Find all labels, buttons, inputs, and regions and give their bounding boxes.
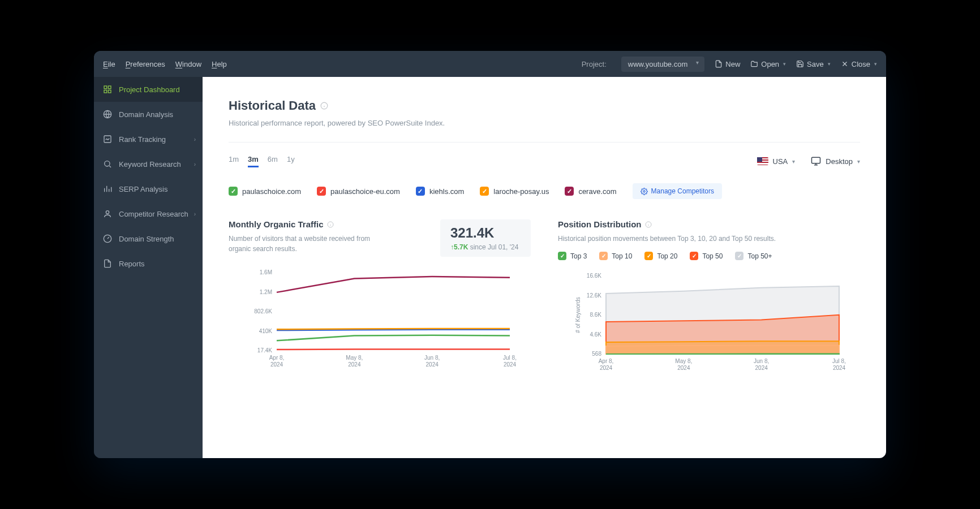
svg-point-7 [106, 211, 109, 214]
sidebar-item-label: Reports [119, 260, 145, 268]
new-button[interactable]: New [715, 60, 740, 68]
main-area: Historical Data Historical performance r… [203, 77, 886, 458]
time-tab-6m[interactable]: 6m [268, 155, 278, 167]
sidebar-item-label: Domain Analysis [119, 110, 173, 119]
page-title: Historical Data [229, 98, 860, 113]
svg-text:17.4K: 17.4K [257, 347, 272, 353]
save-button[interactable]: Save▾ [796, 60, 831, 68]
svg-rect-0 [104, 86, 107, 89]
position-subtitle: Historical position movements between To… [558, 234, 796, 244]
close-icon [841, 60, 849, 68]
open-button[interactable]: Open▾ [750, 60, 786, 68]
checkbox-icon: ✓ [480, 187, 489, 196]
legend-top3[interactable]: ✓Top 3 [558, 252, 587, 260]
svg-text:May 8,: May 8, [346, 355, 363, 361]
checkbox-icon: ✓ [644, 252, 653, 260]
checkbox-icon: ✓ [558, 252, 566, 260]
gauge-icon [103, 234, 112, 243]
info-icon [320, 102, 328, 110]
project-select[interactable]: www.youtube.com [621, 57, 705, 72]
legend-label: Top 10 [612, 252, 632, 260]
traffic-chart-section: Monthly Organic Traffic Number of visito… [229, 219, 531, 374]
menu-help[interactable]: Help [212, 60, 227, 68]
folder-open-icon [750, 60, 758, 68]
sidebar-item-label: Keyword Research [119, 160, 181, 169]
legend-label: Top 50+ [747, 252, 772, 260]
traffic-delta-since: since Jul 01, '24 [470, 243, 519, 251]
legend-top10[interactable]: ✓Top 10 [599, 252, 632, 260]
menu-file[interactable]: Eile [103, 60, 115, 68]
svg-text:4.6K: 4.6K [590, 331, 601, 338]
time-tab-3m[interactable]: 3m [248, 155, 259, 167]
sidebar-item-label: SERP Analysis [119, 185, 167, 193]
competitor-cerave-com[interactable]: ✓cerave.com [565, 187, 616, 196]
globe-icon [103, 110, 112, 119]
sidebar-item-domain-strength[interactable]: Domain Strength [94, 226, 203, 251]
checkbox-icon: ✓ [416, 187, 425, 196]
position-legend: ✓Top 3✓Top 10✓Top 20✓Top 50✓Top 50+ [558, 252, 860, 260]
search-icon [103, 159, 112, 169]
svg-text:Jun 8,: Jun 8, [754, 358, 769, 364]
svg-text:May 8,: May 8, [675, 358, 692, 364]
page-subtitle: Historical performance report, powered b… [229, 119, 860, 127]
svg-rect-1 [108, 86, 111, 89]
menu-window[interactable]: Window [175, 60, 201, 68]
svg-text:Jul 8,: Jul 8, [832, 358, 846, 364]
competitor-laroche-posay-us[interactable]: ✓laroche-posay.us [480, 187, 549, 196]
position-chart[interactable]: 16.6K12.6K8.6K4.6K568# of KeywordsApr 8,… [558, 273, 860, 374]
legend-label: Top 3 [570, 252, 587, 260]
legend-top20[interactable]: ✓Top 20 [644, 252, 677, 260]
chevron-right-icon: › [194, 161, 196, 167]
svg-text:2024: 2024 [677, 365, 690, 371]
new-file-icon [715, 60, 723, 68]
position-chart-section: Position Distribution Historical positio… [558, 219, 860, 374]
legend-top50[interactable]: ✓Top 50+ [735, 252, 772, 260]
competitor-label: kiehls.com [429, 187, 464, 196]
info-icon [327, 221, 334, 228]
close-button[interactable]: Close▾ [841, 60, 877, 68]
svg-text:568: 568 [592, 351, 601, 357]
sidebar-item-reports[interactable]: Reports [94, 251, 203, 276]
competitor-kiehls-com[interactable]: ✓kiehls.com [416, 187, 464, 196]
save-icon [796, 60, 804, 68]
svg-rect-2 [104, 90, 107, 93]
sidebar-item-project-dashboard[interactable]: Project Dashboard [94, 77, 203, 102]
competitor-paulaschoice-com[interactable]: ✓paulaschoice.com [229, 187, 301, 196]
bars-icon [103, 184, 112, 193]
legend-label: Top 50 [702, 252, 723, 260]
gear-icon [641, 188, 648, 195]
legend-label: Top 20 [657, 252, 677, 260]
svg-text:Jul 8,: Jul 8, [503, 355, 517, 361]
legend-top50[interactable]: ✓Top 50 [690, 252, 723, 260]
svg-text:2024: 2024 [755, 365, 768, 371]
svg-text:Apr 8,: Apr 8, [269, 355, 285, 361]
sidebar-item-rank-tracking[interactable]: Rank Tracking› [94, 127, 203, 152]
svg-rect-3 [108, 90, 111, 93]
traffic-chart[interactable]: 1.6M1.2M802.6K410K17.4KApr 8,2024May 8,2… [229, 269, 531, 371]
svg-text:8.6K: 8.6K [590, 312, 601, 318]
time-tab-1m[interactable]: 1m [229, 155, 239, 167]
sidebar-item-competitor-research[interactable]: Competitor Research› [94, 201, 203, 226]
svg-text:Apr 8,: Apr 8, [599, 358, 614, 364]
sidebar: Project DashboardDomain AnalysisRank Tra… [94, 77, 203, 458]
svg-text:2024: 2024 [600, 365, 613, 371]
device-select[interactable]: Desktop▾ [811, 156, 860, 166]
time-tab-1y[interactable]: 1y [287, 155, 295, 167]
info-icon [645, 221, 652, 228]
desktop-icon [811, 156, 821, 166]
country-select[interactable]: USA▾ [757, 157, 796, 166]
sidebar-item-keyword-research[interactable]: Keyword Research› [94, 152, 203, 176]
sidebar-item-domain-analysis[interactable]: Domain Analysis [94, 102, 203, 127]
svg-point-6 [105, 161, 110, 166]
svg-text:12.6K: 12.6K [587, 292, 601, 299]
project-label: Project: [582, 60, 607, 68]
svg-text:2024: 2024 [270, 361, 283, 368]
traffic-title: Monthly Organic Traffic [229, 219, 429, 229]
sidebar-item-serp-analysis[interactable]: SERP Analysis [94, 176, 203, 201]
manage-competitors-button[interactable]: Manage Competitors [633, 183, 722, 199]
menu-preferences[interactable]: Preferences [126, 60, 165, 68]
checkbox-icon: ✓ [599, 252, 608, 260]
svg-text:16.6K: 16.6K [587, 273, 601, 279]
competitor-paulaschoice-eu-com[interactable]: ✓paulaschoice-eu.com [317, 187, 400, 196]
sidebar-item-label: Competitor Research [119, 210, 188, 218]
